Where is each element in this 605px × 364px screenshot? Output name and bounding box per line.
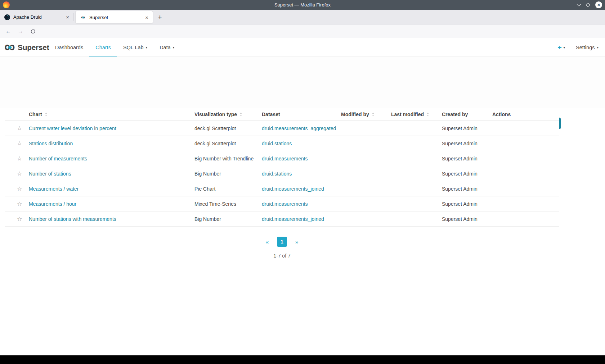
pagination-summary: 1-7 of 7 — [5, 253, 559, 259]
column-label: Dataset — [262, 112, 280, 117]
viz-type-cell: Pie Chart — [194, 186, 262, 192]
page-header: Charts BULK SELECT + CHART — [0, 56, 605, 77]
reload-button[interactable] — [28, 27, 37, 36]
pagination-prev-button[interactable]: « — [266, 239, 269, 245]
dataset-link[interactable]: druid.measurements_joined — [262, 216, 324, 222]
tab-title: Superset — [89, 15, 144, 20]
window-minimize-icon[interactable] — [577, 2, 581, 6]
created-by-cell: Superset Admin — [442, 141, 492, 146]
table-row: ☆ Current water level deviation in perce… — [5, 121, 559, 136]
favorite-star-icon[interactable]: ☆ — [17, 155, 22, 161]
plus-icon: + — [557, 44, 561, 51]
window-controls: × — [577, 0, 602, 10]
table-row: ☆ Measurements / hour Mixed Time-Series … — [5, 196, 559, 211]
nav-label: Data — [160, 45, 171, 50]
chevron-down-icon: ▾ — [146, 46, 148, 49]
dataset-link[interactable]: druid.measurements — [262, 156, 308, 161]
table-row: ☆ Stations distribution deck.gl Scatterp… — [5, 136, 559, 151]
superset-favicon-icon: ∞ — [80, 14, 86, 20]
dataset-link[interactable]: druid.stations — [262, 171, 292, 177]
column-header-chart[interactable]: Chart — [29, 112, 194, 117]
bottom-black-bar — [0, 355, 605, 364]
column-header-modified-by[interactable]: Modified by — [341, 112, 391, 117]
forward-button[interactable]: → — [16, 27, 25, 36]
created-by-cell: Superset Admin — [442, 186, 492, 192]
nav-item-sql-lab[interactable]: SQL Lab▾ — [117, 38, 153, 56]
favorite-star-icon[interactable]: ☆ — [17, 201, 22, 207]
chart-link[interactable]: Number of measurements — [29, 156, 87, 161]
dataset-link[interactable]: druid.measurements — [262, 201, 308, 207]
column-label: Last modified — [391, 112, 424, 117]
charts-table: Chart Visualization type Dataset Modifie… — [5, 108, 559, 227]
table-row: ☆ Number of stations with measurements B… — [5, 211, 559, 227]
table-row: ☆ Number of stations Big Number druid.st… — [5, 166, 559, 181]
chart-link[interactable]: Stations distribution — [29, 141, 73, 146]
created-by-cell: Superset Admin — [442, 216, 492, 222]
column-header-created-by: Created by — [442, 112, 492, 117]
viz-type-cell: deck.gl Scatterplot — [194, 126, 262, 131]
pagination-next-button[interactable]: » — [295, 239, 298, 245]
nav-label: Dashboards — [55, 45, 83, 50]
superset-logo-icon: ∞ — [4, 39, 15, 55]
table-row: ☆ Measurements / water Pie Chart druid.m… — [5, 181, 559, 196]
favorite-star-icon[interactable]: ☆ — [17, 140, 22, 146]
browser-tab-bar: Apache Druid × ∞ Superset × + — [0, 10, 605, 24]
sort-icon — [45, 113, 47, 116]
chart-link[interactable]: Measurements / hour — [29, 201, 76, 207]
favorite-star-icon[interactable]: ☆ — [17, 186, 22, 192]
favorite-star-icon[interactable]: ☆ — [17, 216, 22, 222]
created-by-cell: Superset Admin — [442, 201, 492, 207]
dataset-link[interactable]: druid.measurements_joined — [262, 186, 324, 192]
close-icon: × — [597, 3, 600, 7]
tab-apache-druid[interactable]: Apache Druid × — [0, 10, 73, 24]
tab-close-button[interactable]: × — [144, 14, 149, 21]
chevron-down-icon: ▾ — [597, 46, 599, 49]
tab-separator — [73, 13, 73, 21]
dataset-link[interactable]: druid.stations — [262, 141, 292, 146]
nav-items: Dashboards Charts SQL Lab▾ Data▾ — [49, 38, 180, 56]
window-maximize-icon[interactable] — [586, 3, 590, 7]
column-label: Actions — [492, 112, 511, 117]
filter-bar: OWNER Select or type a value CREATED BY … — [0, 77, 605, 108]
nav-item-dashboards[interactable]: Dashboards — [49, 38, 89, 56]
table-row: ☆ Number of measurements Big Number with… — [5, 151, 559, 166]
browser-toolbar: ← → 172.18.0.4:32251/chart/list/?pageInd… — [0, 24, 605, 38]
viz-type-cell: deck.gl Scatterplot — [194, 141, 262, 146]
pagination-page-1[interactable]: 1 — [277, 237, 287, 247]
column-label: Chart — [29, 112, 42, 117]
settings-label: Settings — [576, 45, 595, 50]
column-label: Created by — [442, 112, 468, 117]
chart-link[interactable]: Current water level deviation in percent — [29, 126, 116, 131]
new-tab-button[interactable]: + — [155, 12, 165, 22]
favorite-star-icon[interactable]: ☆ — [17, 125, 22, 131]
chart-link[interactable]: Number of stations with measurements — [29, 216, 116, 222]
sort-icon — [427, 113, 429, 116]
nav-item-charts[interactable]: Charts — [89, 38, 117, 56]
superset-navbar: ∞ Superset Dashboards Charts SQL Lab▾ Da… — [0, 38, 605, 56]
tab-close-button[interactable]: × — [65, 14, 70, 20]
superset-brand[interactable]: ∞ Superset — [4, 38, 49, 56]
add-new-menu-button[interactable]: +▾ — [557, 44, 565, 51]
created-by-cell: Superset Admin — [442, 171, 492, 177]
column-header-viz-type[interactable]: Visualization type — [194, 112, 262, 117]
column-header-last-modified[interactable]: Last modified — [391, 112, 442, 117]
chevron-down-icon: ▾ — [564, 46, 565, 49]
reload-icon — [30, 29, 36, 34]
dataset-link[interactable]: druid.measurements_aggregated — [262, 126, 336, 131]
tab-superset[interactable]: ∞ Superset × — [76, 11, 153, 23]
druid-favicon-icon — [4, 14, 10, 20]
back-button[interactable]: ← — [4, 27, 13, 36]
favorite-star-icon[interactable]: ☆ — [17, 170, 22, 177]
window-titlebar: Superset — Mozilla Firefox × — [0, 0, 605, 10]
chart-link[interactable]: Measurements / water — [29, 186, 79, 192]
pagination: « 1 » — [5, 237, 559, 247]
chart-link[interactable]: Number of stations — [29, 171, 71, 177]
window-close-button[interactable]: × — [595, 1, 602, 8]
nav-item-data[interactable]: Data▾ — [153, 38, 180, 56]
column-label: Modified by — [341, 112, 369, 117]
viz-type-cell: Mixed Time-Series — [194, 201, 262, 207]
settings-menu-button[interactable]: Settings▾ — [576, 45, 599, 50]
viz-type-cell: Big Number — [194, 171, 262, 177]
nav-label: Charts — [95, 45, 111, 50]
nav-right: +▾ Settings▾ — [557, 38, 599, 56]
